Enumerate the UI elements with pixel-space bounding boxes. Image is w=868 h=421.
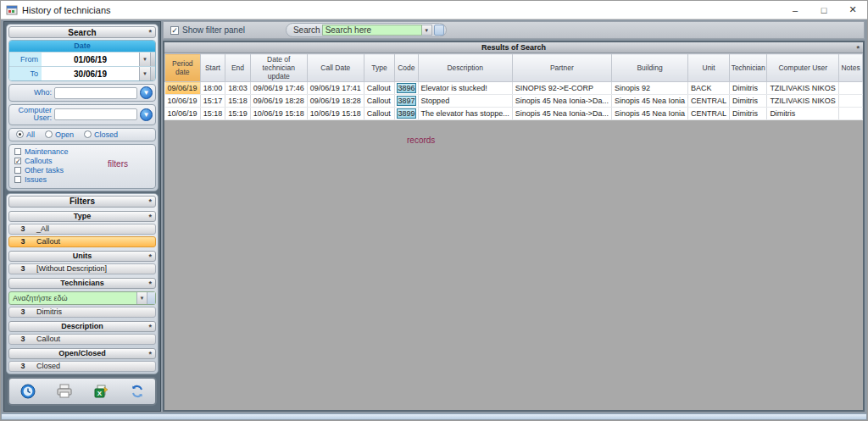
main-search-button[interactable] bbox=[434, 25, 444, 36]
export-excel-icon[interactable]: X bbox=[91, 381, 111, 402]
collapse-pin-icon[interactable]: * bbox=[148, 197, 152, 206]
dropdown-arrow-icon[interactable]: ▼ bbox=[136, 292, 147, 304]
radio-open[interactable]: Open bbox=[45, 130, 74, 139]
table-cell[interactable]: 09/06/19 bbox=[165, 82, 201, 95]
table-cell[interactable]: BACK bbox=[688, 82, 730, 95]
show-filter-panel-checkbox[interactable]: ✓ bbox=[170, 26, 179, 35]
table-cell[interactable]: CENTRAL bbox=[688, 108, 730, 120]
checkbox-maintenance[interactable]: Maintenance bbox=[14, 147, 155, 156]
who-lookup-button[interactable]: ▼ bbox=[140, 86, 153, 99]
table-cell[interactable]: Sinopis 45 Nea Ionia bbox=[612, 95, 688, 108]
table-cell[interactable]: TZILIVAKIS NIKOS bbox=[767, 95, 839, 108]
table-cell[interactable]: TZILIVAKIS NIKOS bbox=[767, 82, 839, 95]
collapse-pin-icon[interactable]: * bbox=[148, 323, 152, 331]
table-cell[interactable]: Dimitris bbox=[767, 108, 839, 120]
table-cell[interactable]: Stopped bbox=[418, 95, 512, 108]
column-header-period-date[interactable]: Period date bbox=[165, 54, 201, 82]
date-from-spinner[interactable] bbox=[150, 53, 155, 66]
table-cell[interactable]: 18:03 bbox=[225, 82, 251, 95]
checkbox-callouts[interactable]: Callouts bbox=[14, 157, 155, 165]
table-cell[interactable]: Sinopis 45 Nea Ionia bbox=[612, 108, 688, 120]
filter-section-type-header[interactable]: Type * bbox=[8, 211, 156, 222]
filter-section-description-header[interactable]: Description * bbox=[8, 321, 156, 332]
technicians-search-input[interactable]: Αναζητήστε εδώ ▼ bbox=[8, 291, 156, 305]
column-header-end[interactable]: End bbox=[225, 54, 251, 82]
minimize-button[interactable]: – bbox=[781, 1, 810, 19]
table-cell[interactable]: 10/06/19 bbox=[165, 95, 201, 108]
table-cell[interactable]: Callout bbox=[364, 108, 394, 120]
filter-row-description-callout[interactable]: 3 Callout bbox=[8, 334, 156, 345]
clock-icon[interactable] bbox=[18, 381, 38, 402]
collapse-pin-icon[interactable]: * bbox=[148, 213, 152, 221]
column-header-type[interactable]: Type bbox=[364, 54, 394, 82]
date-to-spinner[interactable] bbox=[150, 67, 155, 80]
date-from-input[interactable]: 01/06/19 bbox=[42, 53, 139, 66]
checkbox-other-tasks[interactable]: Other tasks bbox=[14, 166, 155, 174]
collapse-pin-icon[interactable]: * bbox=[148, 280, 152, 288]
collapse-pin-icon[interactable]: * bbox=[856, 43, 860, 54]
filter-row-units[interactable]: 3 [Without Description] bbox=[8, 263, 156, 274]
radio-all[interactable]: All bbox=[16, 130, 35, 139]
collapse-pin-icon[interactable]: * bbox=[148, 252, 152, 261]
table-cell[interactable]: Dimitris bbox=[730, 95, 767, 108]
table-cell[interactable]: 18:00 bbox=[200, 82, 225, 95]
collapse-pin-icon[interactable]: * bbox=[148, 350, 152, 358]
table-cell[interactable]: Sinopis 45 Nea Ionia->Da... bbox=[512, 108, 611, 120]
table-cell[interactable]: 09/06/19 18:28 bbox=[307, 95, 364, 108]
table-cell[interactable]: 09/06/19 17:41 bbox=[307, 82, 364, 95]
table-cell[interactable]: CENTRAL bbox=[688, 95, 730, 108]
table-cell[interactable]: Dimitris bbox=[730, 82, 767, 95]
main-search-input[interactable]: Search here bbox=[322, 25, 422, 36]
column-header-unit[interactable]: Unit bbox=[688, 54, 730, 82]
column-header-code[interactable]: Code bbox=[395, 54, 418, 82]
table-cell[interactable]: 15:18 bbox=[225, 95, 251, 108]
column-header-date-of-technician-update[interactable]: Date of technician update bbox=[250, 54, 307, 82]
table-cell[interactable]: 09/06/19 18:28 bbox=[250, 95, 307, 108]
table-cell[interactable]: 3899 bbox=[395, 108, 418, 120]
table-cell[interactable]: Sinopis 45 Nea Ionia->Da... bbox=[512, 95, 611, 108]
print-icon[interactable] bbox=[54, 381, 75, 402]
column-header-description[interactable]: Description bbox=[418, 54, 512, 82]
table-cell[interactable]: Callout bbox=[364, 82, 394, 95]
table-cell[interactable]: Sinopis 92 bbox=[612, 82, 688, 95]
filter-row-technician-dimitris[interactable]: 3 Dimitris bbox=[8, 307, 156, 318]
dropdown-arrow-icon[interactable]: ▼ bbox=[422, 25, 432, 36]
technicians-search-button[interactable] bbox=[147, 292, 155, 304]
column-header-partner[interactable]: Partner bbox=[512, 54, 611, 82]
table-cell[interactable]: 3897 bbox=[395, 95, 418, 108]
table-cell[interactable]: 15:19 bbox=[225, 108, 251, 120]
maximize-button[interactable]: □ bbox=[810, 1, 838, 19]
table-cell[interactable] bbox=[839, 95, 863, 108]
computer-user-input[interactable] bbox=[54, 108, 137, 120]
table-cell[interactable]: 15:18 bbox=[200, 108, 225, 120]
column-header-call-date[interactable]: Call Date bbox=[307, 54, 364, 82]
table-cell[interactable] bbox=[839, 82, 863, 95]
table-cell[interactable]: Elevator is stucked! bbox=[418, 82, 512, 95]
date-from-dropdown-icon[interactable]: ▼ bbox=[139, 53, 150, 66]
computer-user-lookup-button[interactable]: ▼ bbox=[140, 108, 153, 121]
filter-row-type-all[interactable]: 3 _All bbox=[8, 224, 156, 235]
table-cell[interactable] bbox=[839, 108, 863, 120]
filter-section-units-header[interactable]: Units * bbox=[8, 251, 156, 262]
column-header-notes[interactable]: Notes bbox=[839, 54, 863, 82]
table-cell[interactable]: Callout bbox=[364, 95, 394, 108]
collapse-pin-icon[interactable]: * bbox=[148, 28, 152, 36]
who-input[interactable] bbox=[54, 87, 137, 99]
filter-row-closed[interactable]: 3 Closed bbox=[8, 361, 156, 372]
refresh-icon[interactable] bbox=[127, 381, 147, 402]
filter-row-type-callout[interactable]: 3 Callout bbox=[8, 236, 156, 247]
filter-section-technicians-header[interactable]: Technicians * bbox=[8, 278, 156, 289]
filters-panel-header[interactable]: Filters * bbox=[8, 196, 156, 208]
results-header[interactable]: Results of Search * bbox=[164, 42, 863, 53]
table-cell[interactable]: 10/06/19 15:18 bbox=[250, 108, 307, 120]
filter-section-open-closed-header[interactable]: Open/Closed * bbox=[8, 348, 156, 359]
radio-closed[interactable]: Closed bbox=[84, 130, 118, 139]
table-cell[interactable]: Dimitris bbox=[730, 108, 767, 120]
table-cell[interactable]: 3896 bbox=[395, 82, 418, 95]
close-button[interactable]: ✕ bbox=[838, 1, 867, 19]
table-cell[interactable]: The elevator has stoppe... bbox=[418, 108, 512, 120]
date-to-dropdown-icon[interactable]: ▼ bbox=[139, 67, 150, 80]
table-cell[interactable]: 10/06/19 bbox=[165, 108, 201, 120]
column-header-computer-user[interactable]: Computer User bbox=[767, 54, 839, 82]
column-header-building[interactable]: Building bbox=[612, 54, 688, 82]
